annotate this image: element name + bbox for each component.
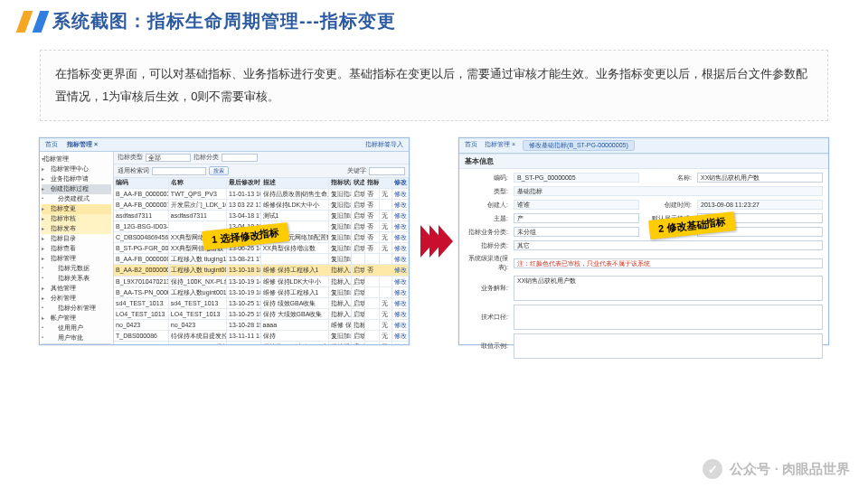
- cell: 指标入库: [329, 277, 351, 286]
- table-row[interactable]: B_AA-FB_00000001工程移入数 tiuging100113-08-2…: [114, 254, 409, 265]
- column-header[interactable]: 修改: [392, 178, 409, 187]
- tab-indicator-mgmt[interactable]: 指标管理 ×: [67, 140, 98, 149]
- cell: XX典型保持增出数: [261, 243, 330, 253]
- tree-item[interactable]: 指标管理: [42, 254, 111, 264]
- cell: 启动: [352, 331, 366, 341]
- tree-item[interactable]: 指标管理中心: [42, 164, 111, 174]
- cell: 13-10-25 13:52: [227, 298, 261, 308]
- edit-link[interactable]: 修改: [392, 200, 409, 210]
- table-row[interactable]: B_ST-PG-FGR_00000002XX典型网值增出数13-06-26 14…: [114, 243, 409, 254]
- tree-item[interactable]: 岗位管理设置: [42, 343, 111, 344]
- table-row[interactable]: asdfasd7311asdfasd731113-04-18 17:22测试1复…: [114, 211, 409, 221]
- edit-link[interactable]: 修改: [392, 277, 409, 286]
- cell: 工程移入数ugint001: [169, 287, 227, 297]
- nav-tree[interactable]: 指标管理指标管理中心业务指标申请创建指标过程分类建模式指标变更指标审核指标发布指…: [40, 152, 114, 344]
- edit-link[interactable]: 修改: [392, 189, 409, 199]
- cell: 启动: [352, 265, 366, 275]
- table-row[interactable]: B_AA-TS-PN_00000001工程移入数ugint00113-10-19…: [114, 287, 409, 298]
- column-header[interactable]: 最后修改时间: [227, 178, 261, 187]
- cell: 启动: [352, 277, 366, 286]
- field-name[interactable]: XX销售品获机用户数: [697, 173, 823, 183]
- edit-link[interactable]: 修改: [392, 254, 409, 264]
- field-example[interactable]: [514, 333, 823, 359]
- tree-item[interactable]: 其他管理: [42, 284, 111, 294]
- tree-item[interactable]: 指标分析管理: [42, 304, 111, 314]
- tree-item[interactable]: 用户审批: [42, 333, 111, 343]
- tree-item[interactable]: 指标查看: [42, 244, 111, 254]
- field-subject[interactable]: 产: [514, 213, 639, 223]
- field-bizclass[interactable]: 未分组: [514, 227, 639, 237]
- cell: 否: [365, 211, 380, 221]
- tree-item[interactable]: 指标管理: [42, 155, 111, 164]
- cell: 无: [380, 320, 392, 330]
- tree-item[interactable]: 指标审核: [42, 214, 111, 224]
- cell: [365, 331, 380, 341]
- filter-type-select[interactable]: 全部: [146, 154, 191, 162]
- search-button[interactable]: 搜索: [209, 166, 229, 175]
- edit-link[interactable]: 修改: [392, 320, 409, 330]
- edit-link[interactable]: 修改: [392, 309, 409, 319]
- edit-link[interactable]: 修改: [392, 243, 409, 253]
- table-row[interactable]: no_0423no_042313-10-28 15:11aaaa维修 保持实验室…: [114, 320, 409, 331]
- table-row[interactable]: B_AA-B2_00000001工程移入数 tiugint00213-10-18…: [114, 265, 409, 276]
- tree-item[interactable]: 指标元数据: [42, 264, 111, 274]
- label-caliber: 技术口径:: [465, 313, 508, 322]
- field-syschan[interactable]: 注：红颜色代表已审核，只业代表不属于该系统: [514, 258, 823, 268]
- column-header[interactable]: 描述: [261, 178, 330, 187]
- edit-link[interactable]: 修改: [392, 298, 409, 308]
- column-header[interactable]: 指标属性: [365, 178, 380, 187]
- tab-home[interactable]: 首页: [465, 140, 477, 151]
- filter-cat-input[interactable]: [222, 154, 258, 162]
- cell: C_DBS004869456: [114, 232, 169, 242]
- breadcrumb-edit[interactable]: 修改基础指标(B_ST-PG-00000005): [523, 140, 635, 151]
- field-bizdesc[interactable]: XX销售品获机用户数: [514, 276, 823, 301]
- tree-item[interactable]: 指标发布: [42, 224, 111, 234]
- cell: 复旧指标: [329, 189, 351, 199]
- cell: no_0423: [169, 320, 227, 330]
- tree-item[interactable]: 分类建模式: [42, 194, 111, 204]
- field-cat[interactable]: 其它: [514, 240, 823, 250]
- edit-link[interactable]: 修改: [392, 221, 409, 231]
- column-header[interactable]: 指标状态: [329, 178, 351, 187]
- tab-home[interactable]: 首页: [45, 140, 58, 149]
- table-row[interactable]: T_00000020HR_LATT_1100保持入保持LATT 0113-11-…: [114, 342, 409, 344]
- cell: 无: [380, 243, 392, 253]
- tree-item[interactable]: 创建指标过程: [42, 184, 111, 194]
- screenshots-row: 首页 指标管理 × 指标标签导入 指标管理指标管理中心业务指标申请创建指标过程分…: [0, 137, 868, 345]
- column-header[interactable]: 状态: [352, 178, 366, 187]
- tree-item[interactable]: 业务指标申请: [42, 174, 111, 184]
- filter-bar-2: 通用检索词 搜索 关键字: [114, 164, 409, 178]
- edit-link[interactable]: 修改: [392, 232, 409, 242]
- edit-link[interactable]: 修改: [392, 342, 409, 344]
- table-row[interactable]: LO4_TEST_1013LO4_TEST_101313-10-25 15:52…: [114, 309, 409, 320]
- table-row[interactable]: B_L9X7010470213-A_000002保持_100K_NX-PL统计参…: [114, 277, 409, 287]
- cell: no_0423: [114, 320, 169, 330]
- tree-item[interactable]: 帐户管理: [42, 314, 111, 324]
- label-ctime: 创建时间:: [645, 201, 692, 210]
- field-caliber[interactable]: [514, 305, 823, 330]
- column-header[interactable]: 编码: [114, 178, 169, 187]
- column-header[interactable]: [380, 178, 392, 187]
- edit-link[interactable]: 修改: [392, 265, 409, 275]
- tab-indicator-mgmt[interactable]: 指标管理 ×: [485, 140, 515, 151]
- import-link[interactable]: 指标标签导入: [365, 140, 403, 149]
- edit-link[interactable]: 修改: [392, 287, 409, 297]
- filter-keyword-input[interactable]: [152, 167, 206, 175]
- tree-item[interactable]: 使用用户: [42, 324, 111, 333]
- table-row[interactable]: T_DBS000086待保持本统目提发控制派出数13-11-11 11:47保持…: [114, 331, 409, 342]
- column-header[interactable]: 名称: [169, 178, 227, 187]
- slash-icon: [33, 11, 50, 33]
- filter-kw2-input[interactable]: [369, 167, 405, 175]
- table-row[interactable]: B_AA-FB_00000035TWT_QPS_PV311-01-13 10:5…: [114, 189, 409, 200]
- table-row[interactable]: B_AA-FB_00000071开发层次门_LDK_100K_GBA_0113 …: [114, 200, 409, 211]
- screenshot-right: 首页 指标管理 × 修改基础指标(B_ST-PG-00000005) 基本信息 …: [458, 137, 829, 345]
- table-row[interactable]: sd4_TEST_1013sd4_TEST_101313-10-25 13:52…: [114, 298, 409, 309]
- edit-link[interactable]: 修改: [392, 331, 409, 341]
- edit-link[interactable]: 修改: [392, 211, 409, 221]
- tree-item[interactable]: 指标目录: [42, 234, 111, 244]
- tree-item[interactable]: 分析管理: [42, 294, 111, 304]
- tree-item[interactable]: 指标变更: [42, 204, 111, 214]
- tree-item[interactable]: 指标关系表: [42, 274, 111, 284]
- watermark: ✓ 公众号 · 肉眼品世界: [703, 459, 850, 479]
- cell: 启动: [352, 298, 366, 308]
